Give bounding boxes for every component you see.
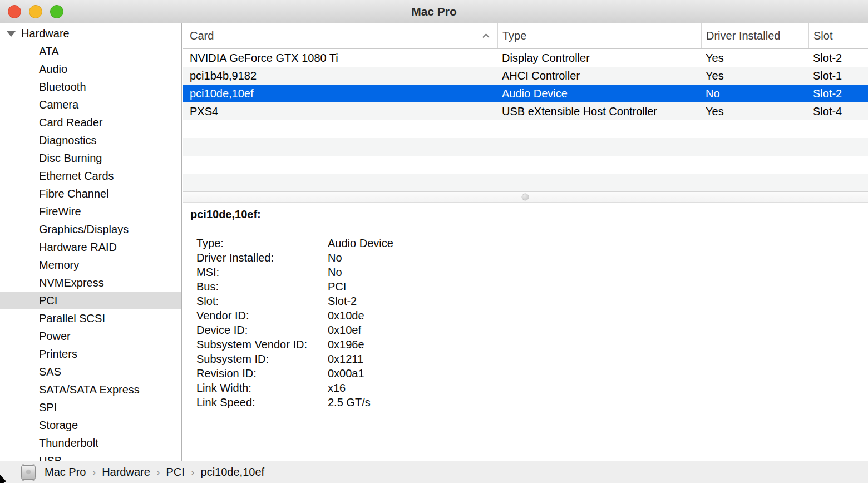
sidebar-item-firewire[interactable]: FireWire bbox=[0, 203, 181, 220]
detail-field-value: Slot-2 bbox=[328, 294, 357, 308]
sidebar-item-camera[interactable]: Camera bbox=[0, 96, 181, 114]
sidebar-item-list: ATAAudioBluetoothCameraCard ReaderDiagno… bbox=[0, 42, 181, 461]
detail-field-label: Driver Installed: bbox=[190, 250, 328, 265]
breadcrumb-item-pci: PCI bbox=[166, 466, 185, 478]
column-header-driver-installed[interactable]: Driver Installed bbox=[701, 23, 808, 48]
detail-field: Revision ID: 0x00a1 bbox=[190, 366, 868, 381]
window-controls bbox=[8, 5, 63, 18]
sidebar-item-disc-burning[interactable]: Disc Burning bbox=[0, 149, 181, 167]
cell-slot: Slot-1 bbox=[808, 67, 868, 85]
sidebar-item-storage[interactable]: Storage bbox=[0, 416, 181, 434]
detail-field: MSI: No bbox=[190, 265, 868, 279]
detail-field-value: 0x1211 bbox=[328, 352, 363, 366]
detail-field-value: 0x10de bbox=[328, 308, 364, 323]
detail-field: Subsystem ID: 0x1211 bbox=[190, 352, 868, 366]
column-header-type[interactable]: Type bbox=[497, 23, 701, 48]
cell-driver-installed: Yes bbox=[701, 49, 808, 67]
column-header-slot[interactable]: Slot bbox=[808, 23, 868, 48]
detail-field-value: 2.5 GT/s bbox=[328, 395, 371, 410]
detail-field: Device ID: 0x10ef bbox=[190, 323, 868, 337]
detail-field-label: Bus: bbox=[190, 279, 328, 294]
mac-pro-icon bbox=[20, 464, 37, 481]
detail-field: Bus: PCI bbox=[190, 279, 868, 294]
detail-field: Link Speed: 2.5 GT/s bbox=[190, 395, 868, 410]
detail-field-label: Subsystem ID: bbox=[190, 352, 328, 366]
sidebar-item-hardware-raid[interactable]: Hardware RAID bbox=[0, 238, 181, 256]
table-row[interactable]: pci1b4b,9182 AHCI Controller Yes Slot-1 bbox=[183, 67, 868, 85]
detail-field: Slot: Slot-2 bbox=[190, 294, 868, 308]
detail-field-label: Subsystem Vendor ID: bbox=[190, 337, 328, 352]
cell-slot: Slot-4 bbox=[808, 102, 868, 120]
table-row[interactable]: PXS4 USB eXtensible Host Controller Yes … bbox=[183, 102, 868, 120]
cell-slot: Slot-2 bbox=[808, 49, 868, 67]
sidebar-item-sata-sata-express[interactable]: SATA/SATA Express bbox=[0, 381, 181, 398]
sidebar-item-pci[interactable]: PCI bbox=[0, 292, 181, 309]
sidebar-item-fibre-channel[interactable]: Fibre Channel bbox=[0, 185, 181, 203]
title-bar[interactable]: Mac Pro bbox=[0, 0, 868, 23]
breadcrumb-separator: › bbox=[191, 466, 195, 478]
detail-field-label: Slot: bbox=[190, 294, 328, 308]
sidebar-item-thunderbolt[interactable]: Thunderbolt bbox=[0, 434, 181, 452]
cell-card: pci1b4b,9182 bbox=[183, 67, 497, 85]
chevron-up-icon bbox=[482, 33, 490, 41]
detail-field-value: Audio Device bbox=[328, 236, 393, 250]
detail-field-value: 0x00a1 bbox=[328, 366, 364, 381]
table-row[interactable]: pci10de,10ef Audio Device No Slot-2 bbox=[183, 85, 868, 102]
sidebar-item-spi[interactable]: SPI bbox=[0, 398, 181, 416]
empty-table-row[interactable] bbox=[183, 174, 868, 191]
table-header: Card Type Driver Installed Slot bbox=[183, 23, 868, 49]
sidebar-item-printers[interactable]: Printers bbox=[0, 345, 181, 363]
sidebar-item-nvmexpress[interactable]: NVMExpress bbox=[0, 274, 181, 292]
detail-field-label: MSI: bbox=[190, 265, 328, 279]
detail-field-value: No bbox=[328, 265, 342, 279]
breadcrumb-item-hardware: Hardware bbox=[102, 466, 150, 478]
cell-card: PXS4 bbox=[183, 102, 497, 120]
splitter-handle-icon[interactable] bbox=[522, 194, 529, 201]
empty-table-row[interactable] bbox=[183, 156, 868, 174]
pane-splitter[interactable] bbox=[183, 191, 868, 203]
disclosure-triangle-icon[interactable] bbox=[7, 31, 16, 37]
cell-type: AHCI Controller bbox=[497, 67, 701, 85]
empty-table-row[interactable] bbox=[183, 138, 868, 156]
breadcrumb-separator: › bbox=[156, 466, 160, 478]
breadcrumb-item-pci10de-10ef: pci10de,10ef bbox=[201, 466, 265, 478]
column-header-card[interactable]: Card bbox=[183, 23, 497, 48]
detail-field-list: Type: Audio Device Driver Installed: No … bbox=[190, 236, 868, 410]
cell-card: NVIDIA GeForce GTX 1080 Ti bbox=[183, 49, 497, 67]
sidebar-item-power[interactable]: Power bbox=[0, 327, 181, 345]
cell-driver-installed: Yes bbox=[701, 67, 808, 85]
sidebar-group-hardware[interactable]: Hardware bbox=[0, 24, 181, 42]
table-row[interactable]: NVIDIA GeForce GTX 1080 Ti Display Contr… bbox=[183, 49, 868, 67]
detail-field-value: 0x10ef bbox=[328, 323, 361, 337]
minimize-button[interactable] bbox=[29, 5, 42, 18]
detail-field-label: Revision ID: bbox=[190, 366, 328, 381]
sidebar-item-ata[interactable]: ATA bbox=[0, 42, 181, 60]
detail-field-value: x16 bbox=[328, 381, 346, 395]
detail-field: Driver Installed: No bbox=[190, 250, 868, 265]
sidebar-item-audio[interactable]: Audio bbox=[0, 60, 181, 78]
detail-field-label: Link Width: bbox=[190, 381, 328, 395]
sidebar-item-ethernet-cards[interactable]: Ethernet Cards bbox=[0, 167, 181, 185]
breadcrumb-separator: › bbox=[92, 466, 96, 478]
detail-pane: pci10de,10ef: Type: Audio Device Driver … bbox=[183, 203, 868, 410]
sidebar-item-card-reader[interactable]: Card Reader bbox=[0, 114, 181, 131]
cell-driver-installed: No bbox=[701, 85, 808, 102]
sidebar-item-memory[interactable]: Memory bbox=[0, 256, 181, 274]
sidebar-item-usb[interactable]: USB bbox=[0, 452, 181, 461]
sidebar-item-graphics-displays[interactable]: Graphics/Displays bbox=[0, 220, 181, 238]
sidebar-item-parallel-scsi[interactable]: Parallel SCSI bbox=[0, 309, 181, 327]
sidebar-item-bluetooth[interactable]: Bluetooth bbox=[0, 78, 181, 96]
sidebar-item-diagnostics[interactable]: Diagnostics bbox=[0, 131, 181, 149]
detail-field-label: Link Speed: bbox=[190, 395, 328, 410]
window-title: Mac Pro bbox=[0, 0, 868, 23]
cell-slot: Slot-2 bbox=[808, 85, 868, 102]
detail-field-label: Device ID: bbox=[190, 323, 328, 337]
empty-table-row[interactable] bbox=[183, 120, 868, 138]
sidebar-group-label: Hardware bbox=[21, 27, 70, 40]
sidebar-item-sas[interactable]: SAS bbox=[0, 363, 181, 381]
detail-field-label: Type: bbox=[190, 236, 328, 250]
detail-field-value: No bbox=[328, 250, 342, 265]
cell-card: pci10de,10ef bbox=[183, 85, 497, 102]
zoom-button[interactable] bbox=[50, 5, 63, 18]
close-button[interactable] bbox=[8, 5, 21, 18]
